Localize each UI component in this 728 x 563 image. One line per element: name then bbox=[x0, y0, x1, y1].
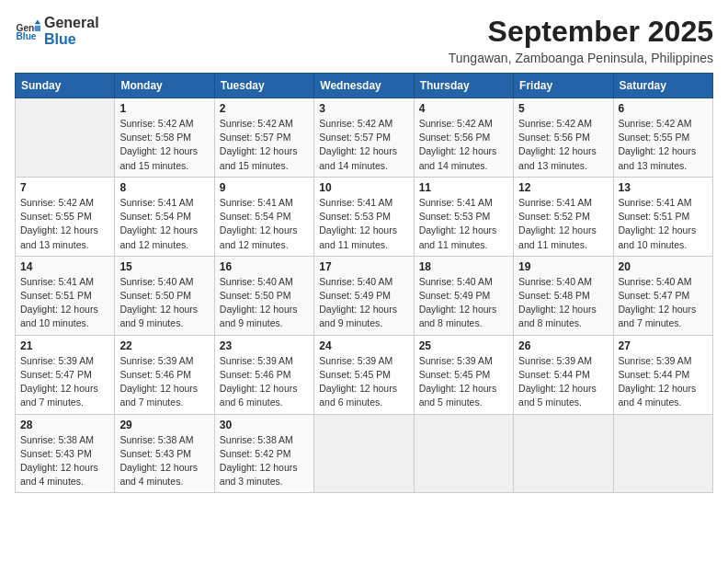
day-number: 10 bbox=[319, 181, 408, 194]
calendar-cell bbox=[16, 98, 115, 178]
calendar-week-row: 21Sunrise: 5:39 AM Sunset: 5:47 PM Dayli… bbox=[16, 335, 713, 414]
day-number: 8 bbox=[119, 181, 209, 194]
calendar-cell: 8Sunrise: 5:41 AM Sunset: 5:54 PM Daylig… bbox=[115, 177, 214, 256]
calendar-cell: 11Sunrise: 5:41 AM Sunset: 5:53 PM Dayli… bbox=[414, 177, 513, 256]
calendar-cell: 5Sunrise: 5:42 AM Sunset: 5:56 PM Daylig… bbox=[514, 98, 613, 178]
calendar-cell: 7Sunrise: 5:42 AM Sunset: 5:55 PM Daylig… bbox=[16, 177, 115, 256]
calendar-cell: 16Sunrise: 5:40 AM Sunset: 5:50 PM Dayli… bbox=[214, 256, 313, 335]
calendar-cell: 20Sunrise: 5:40 AM Sunset: 5:47 PM Dayli… bbox=[613, 256, 712, 335]
day-number: 9 bbox=[220, 181, 309, 194]
logo-blue: Blue bbox=[44, 31, 99, 48]
day-number: 15 bbox=[119, 260, 209, 273]
calendar-cell: 9Sunrise: 5:41 AM Sunset: 5:54 PM Daylig… bbox=[214, 177, 313, 256]
calendar-cell: 21Sunrise: 5:39 AM Sunset: 5:47 PM Dayli… bbox=[16, 335, 115, 414]
day-number: 24 bbox=[319, 339, 408, 352]
calendar-cell: 17Sunrise: 5:40 AM Sunset: 5:49 PM Dayli… bbox=[314, 256, 414, 335]
calendar-cell: 3Sunrise: 5:42 AM Sunset: 5:57 PM Daylig… bbox=[314, 98, 414, 178]
day-number: 2 bbox=[220, 102, 309, 115]
calendar-cell: 26Sunrise: 5:39 AM Sunset: 5:44 PM Dayli… bbox=[514, 335, 613, 414]
day-number: 16 bbox=[220, 260, 309, 273]
day-number: 26 bbox=[518, 339, 608, 352]
logo-icon: General Blue bbox=[15, 18, 40, 44]
weekday-header-monday: Monday bbox=[115, 74, 214, 98]
calendar-cell: 27Sunrise: 5:39 AM Sunset: 5:44 PM Dayli… bbox=[613, 335, 712, 414]
day-detail: Sunrise: 5:38 AM Sunset: 5:43 PM Dayligh… bbox=[20, 433, 109, 489]
day-detail: Sunrise: 5:39 AM Sunset: 5:45 PM Dayligh… bbox=[319, 354, 408, 410]
day-detail: Sunrise: 5:39 AM Sunset: 5:44 PM Dayligh… bbox=[518, 354, 608, 410]
calendar-cell: 22Sunrise: 5:39 AM Sunset: 5:46 PM Dayli… bbox=[115, 335, 214, 414]
calendar-cell: 6Sunrise: 5:42 AM Sunset: 5:55 PM Daylig… bbox=[613, 98, 712, 178]
day-detail: Sunrise: 5:42 AM Sunset: 5:55 PM Dayligh… bbox=[20, 196, 109, 252]
day-number: 4 bbox=[419, 102, 508, 115]
day-number: 6 bbox=[619, 102, 708, 115]
calendar-cell: 12Sunrise: 5:41 AM Sunset: 5:52 PM Dayli… bbox=[514, 177, 613, 256]
day-detail: Sunrise: 5:39 AM Sunset: 5:46 PM Dayligh… bbox=[220, 354, 309, 410]
day-detail: Sunrise: 5:39 AM Sunset: 5:46 PM Dayligh… bbox=[119, 354, 209, 410]
day-number: 22 bbox=[119, 339, 209, 352]
day-detail: Sunrise: 5:40 AM Sunset: 5:49 PM Dayligh… bbox=[419, 275, 508, 331]
day-detail: Sunrise: 5:40 AM Sunset: 5:50 PM Dayligh… bbox=[220, 275, 309, 331]
weekday-header-saturday: Saturday bbox=[613, 74, 712, 98]
day-number: 13 bbox=[619, 181, 708, 194]
calendar-week-row: 28Sunrise: 5:38 AM Sunset: 5:43 PM Dayli… bbox=[16, 414, 713, 493]
calendar-cell: 28Sunrise: 5:38 AM Sunset: 5:43 PM Dayli… bbox=[16, 414, 115, 493]
weekday-header-thursday: Thursday bbox=[414, 74, 513, 98]
weekday-header-sunday: Sunday bbox=[16, 74, 115, 98]
logo-general: General bbox=[44, 15, 99, 31]
weekday-header-row: SundayMondayTuesdayWednesdayThursdayFrid… bbox=[16, 74, 713, 98]
day-number: 18 bbox=[419, 260, 508, 273]
calendar-cell: 10Sunrise: 5:41 AM Sunset: 5:53 PM Dayli… bbox=[314, 177, 414, 256]
day-number: 30 bbox=[220, 419, 309, 431]
day-detail: Sunrise: 5:41 AM Sunset: 5:52 PM Dayligh… bbox=[518, 196, 608, 252]
logo: General Blue General Blue bbox=[15, 15, 99, 47]
svg-text:Blue: Blue bbox=[17, 31, 37, 41]
weekday-header-tuesday: Tuesday bbox=[214, 74, 313, 98]
day-number: 23 bbox=[220, 339, 309, 352]
day-number: 1 bbox=[119, 102, 209, 115]
day-detail: Sunrise: 5:42 AM Sunset: 5:58 PM Dayligh… bbox=[119, 117, 209, 173]
svg-marker-2 bbox=[35, 19, 40, 24]
day-number: 20 bbox=[619, 260, 708, 273]
day-number: 21 bbox=[20, 339, 109, 352]
calendar-cell: 29Sunrise: 5:38 AM Sunset: 5:43 PM Dayli… bbox=[115, 414, 214, 493]
day-number: 28 bbox=[20, 419, 109, 431]
day-detail: Sunrise: 5:41 AM Sunset: 5:53 PM Dayligh… bbox=[319, 196, 408, 252]
calendar-week-row: 14Sunrise: 5:41 AM Sunset: 5:51 PM Dayli… bbox=[16, 256, 713, 335]
day-detail: Sunrise: 5:41 AM Sunset: 5:51 PM Dayligh… bbox=[20, 275, 109, 331]
calendar-cell: 23Sunrise: 5:39 AM Sunset: 5:46 PM Dayli… bbox=[214, 335, 313, 414]
calendar-cell bbox=[314, 414, 414, 493]
day-number: 3 bbox=[319, 102, 408, 115]
calendar-cell: 24Sunrise: 5:39 AM Sunset: 5:45 PM Dayli… bbox=[314, 335, 414, 414]
calendar-cell: 19Sunrise: 5:40 AM Sunset: 5:48 PM Dayli… bbox=[514, 256, 613, 335]
day-detail: Sunrise: 5:40 AM Sunset: 5:48 PM Dayligh… bbox=[518, 275, 608, 331]
day-detail: Sunrise: 5:41 AM Sunset: 5:53 PM Dayligh… bbox=[419, 196, 508, 252]
title-block: September 2025 Tungawan, Zamboanga Penin… bbox=[449, 15, 713, 65]
day-detail: Sunrise: 5:41 AM Sunset: 5:51 PM Dayligh… bbox=[619, 196, 708, 252]
day-number: 11 bbox=[419, 181, 508, 194]
calendar-cell: 4Sunrise: 5:42 AM Sunset: 5:56 PM Daylig… bbox=[414, 98, 513, 178]
weekday-header-wednesday: Wednesday bbox=[314, 74, 414, 98]
day-number: 19 bbox=[518, 260, 608, 273]
day-detail: Sunrise: 5:38 AM Sunset: 5:42 PM Dayligh… bbox=[220, 433, 309, 489]
day-number: 27 bbox=[619, 339, 708, 352]
day-detail: Sunrise: 5:41 AM Sunset: 5:54 PM Dayligh… bbox=[220, 196, 309, 252]
day-number: 14 bbox=[20, 260, 109, 273]
day-detail: Sunrise: 5:39 AM Sunset: 5:45 PM Dayligh… bbox=[419, 354, 508, 410]
calendar-cell: 13Sunrise: 5:41 AM Sunset: 5:51 PM Dayli… bbox=[613, 177, 712, 256]
day-detail: Sunrise: 5:40 AM Sunset: 5:49 PM Dayligh… bbox=[319, 275, 408, 331]
month-year-title: September 2025 bbox=[449, 15, 713, 49]
day-number: 12 bbox=[518, 181, 608, 194]
weekday-header-friday: Friday bbox=[514, 74, 613, 98]
calendar-cell: 18Sunrise: 5:40 AM Sunset: 5:49 PM Dayli… bbox=[414, 256, 513, 335]
day-detail: Sunrise: 5:42 AM Sunset: 5:56 PM Dayligh… bbox=[419, 117, 508, 173]
calendar-table: SundayMondayTuesdayWednesdayThursdayFrid… bbox=[15, 73, 713, 493]
calendar-cell bbox=[414, 414, 513, 493]
day-detail: Sunrise: 5:41 AM Sunset: 5:54 PM Dayligh… bbox=[119, 196, 209, 252]
calendar-cell bbox=[613, 414, 712, 493]
day-detail: Sunrise: 5:40 AM Sunset: 5:47 PM Dayligh… bbox=[619, 275, 708, 331]
day-detail: Sunrise: 5:42 AM Sunset: 5:56 PM Dayligh… bbox=[518, 117, 608, 173]
day-detail: Sunrise: 5:39 AM Sunset: 5:44 PM Dayligh… bbox=[619, 354, 708, 410]
day-number: 5 bbox=[518, 102, 608, 115]
day-number: 25 bbox=[419, 339, 508, 352]
svg-marker-3 bbox=[35, 25, 40, 30]
